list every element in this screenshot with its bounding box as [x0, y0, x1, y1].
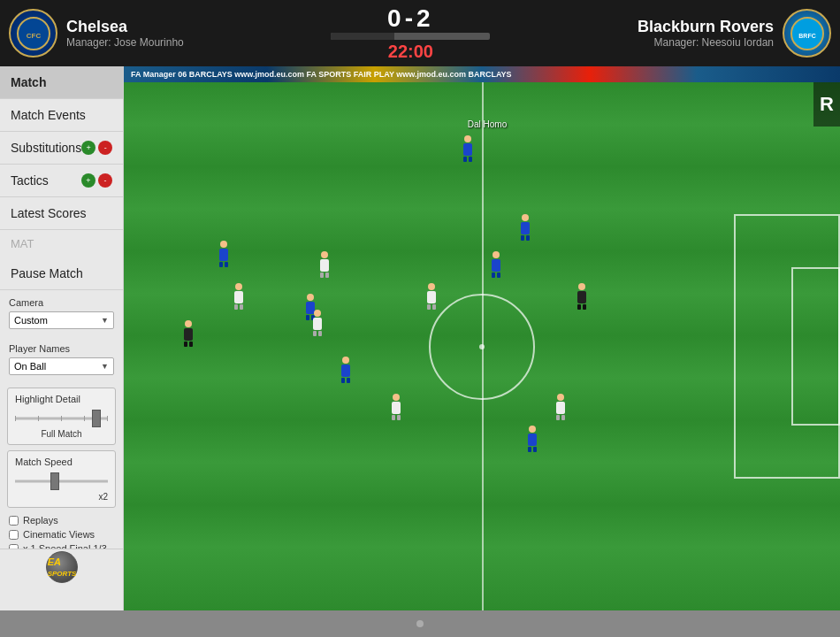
- time-bar-container: [331, 33, 490, 40]
- home-manager: Manager: Jose Mourinho: [66, 36, 184, 49]
- ad-banner: FA Manager 06 BARCLAYS www.jmod.eu.com F…: [124, 66, 840, 82]
- player-names-dropdown-arrow: ▼: [101, 362, 109, 371]
- svg-text:CFC: CFC: [26, 32, 41, 40]
- match-speed-label: Match Speed: [15, 457, 108, 467]
- speed-value: x2: [15, 492, 108, 502]
- player-blue-3: [303, 294, 317, 315]
- player-dark-1: [232, 283, 246, 304]
- chelsea-logo: CFC: [9, 9, 57, 58]
- ad-text: FA Manager 06 BARCLAYS www.jmod.eu.com F…: [124, 70, 519, 79]
- blackburn-logo: BRFC: [783, 9, 831, 58]
- player-dark-6: [389, 394, 403, 415]
- player-names-select[interactable]: On Ball ▼: [9, 357, 114, 375]
- away-manager: Manager: Neesoiu Iordan: [638, 36, 774, 49]
- away-team-name: Blackburn Rovers: [638, 18, 774, 36]
- player-blue-1: [461, 135, 475, 157]
- replays-label: Replays: [23, 515, 58, 526]
- sidebar-item-match-events[interactable]: Match Events: [0, 99, 123, 132]
- camera-dropdown-arrow: ▼: [101, 316, 109, 325]
- ea-circle: EASPORTS: [46, 551, 78, 583]
- highlight-slider-container: [15, 410, 108, 427]
- highlight-value: Full Match: [15, 429, 108, 439]
- player-names-control: Player Names On Ball ▼: [0, 336, 123, 382]
- score-display: 0-2: [331, 4, 490, 33]
- camera-control: Camera Custom ▼: [0, 290, 123, 336]
- center-dot: [479, 344, 485, 349]
- tactics-label: Tactics: [11, 173, 49, 188]
- substitution-icons: + -: [81, 141, 112, 155]
- time-bar-fill: [331, 33, 394, 40]
- sidebar-pause-match[interactable]: Pause Match: [0, 257, 123, 290]
- highlight-detail-label: Highlight Detail: [15, 394, 108, 404]
- tactics-remove-icon[interactable]: -: [98, 173, 112, 188]
- cursor-indicator: [416, 620, 424, 627]
- highlight-slider-thumb[interactable]: [92, 410, 101, 427]
- player-dark-2: [317, 251, 332, 272]
- replays-checkbox[interactable]: [9, 516, 19, 526]
- player-blue-6: [339, 357, 353, 378]
- speed-slider-track: [15, 480, 108, 483]
- ea-sports-logo: EASPORTS: [0, 549, 124, 584]
- football-field: Dal Homo: [124, 82, 840, 610]
- sidebar: Match Match Events Substitutions + - Tac…: [0, 66, 124, 610]
- time-bar: [331, 33, 490, 40]
- highlight-detail-box: Highlight Detail Full Match: [7, 388, 116, 445]
- cinematic-option[interactable]: Cinematic Views: [9, 529, 114, 540]
- home-team-name: Chelsea: [66, 18, 184, 36]
- player-dark-8: [554, 394, 568, 415]
- substitution-add-icon[interactable]: +: [81, 141, 95, 155]
- time-display: 22:00: [331, 42, 490, 62]
- right-goal-box: [791, 267, 840, 426]
- substitution-remove-icon[interactable]: -: [98, 141, 112, 155]
- bottom-bar: [0, 610, 840, 637]
- player-blue-7: [525, 426, 539, 447]
- substitutions-label: Substitutions: [11, 141, 81, 155]
- player-blue-2: [217, 241, 231, 262]
- player-dark-5: [181, 320, 195, 342]
- home-team-section: CFC Chelsea Manager: Jose Mourinho: [9, 9, 184, 58]
- player-dark-7: [575, 283, 589, 304]
- camera-label: Camera: [9, 297, 114, 308]
- cinematic-label: Cinematic Views: [23, 529, 95, 540]
- sidebar-item-latest-scores[interactable]: Latest Scores: [0, 197, 123, 230]
- sidebar-item-substitutions[interactable]: Substitutions + -: [0, 132, 123, 165]
- sidebar-item-tactics[interactable]: Tactics + -: [0, 165, 123, 197]
- away-team-section: BRFC Blackburn Rovers Manager: Neesoiu I…: [638, 9, 831, 58]
- away-team-info: Blackburn Rovers Manager: Neesoiu Iordan: [638, 18, 774, 49]
- match-speed-box: Match Speed x2: [7, 450, 116, 508]
- cinematic-checkbox[interactable]: [9, 530, 19, 540]
- replays-option[interactable]: Replays: [9, 515, 114, 526]
- player-names-label: Player Names: [9, 343, 114, 354]
- camera-value: Custom: [14, 315, 48, 326]
- player-dark-3: [310, 310, 325, 331]
- home-team-info: Chelsea Manager: Jose Mourinho: [66, 18, 184, 49]
- speed-slider-thumb[interactable]: [50, 472, 59, 490]
- header: CFC Chelsea Manager: Jose Mourinho 0-2 2…: [0, 0, 840, 66]
- player-name-label: Dal Homo: [468, 119, 507, 129]
- svg-text:BRFC: BRFC: [798, 33, 815, 39]
- score-section: 0-2 22:00: [331, 4, 490, 62]
- speed-slider-container: [15, 472, 108, 490]
- camera-select[interactable]: Custom ▼: [9, 311, 114, 329]
- game-viewport: Dal Homo: [124, 82, 840, 610]
- tactics-add-icon[interactable]: +: [81, 173, 95, 188]
- sidebar-item-match[interactable]: Match: [0, 66, 123, 99]
- player-blue-5: [518, 214, 532, 235]
- tactics-icons: + -: [81, 173, 112, 188]
- player-dark-4: [424, 283, 439, 304]
- sidebar-item-mat: MAT: [0, 230, 123, 257]
- ea-text: EASPORTS: [48, 556, 77, 578]
- r-indicator: R: [813, 82, 840, 127]
- player-blue-4: [489, 251, 503, 272]
- player-names-value: On Ball: [14, 361, 46, 372]
